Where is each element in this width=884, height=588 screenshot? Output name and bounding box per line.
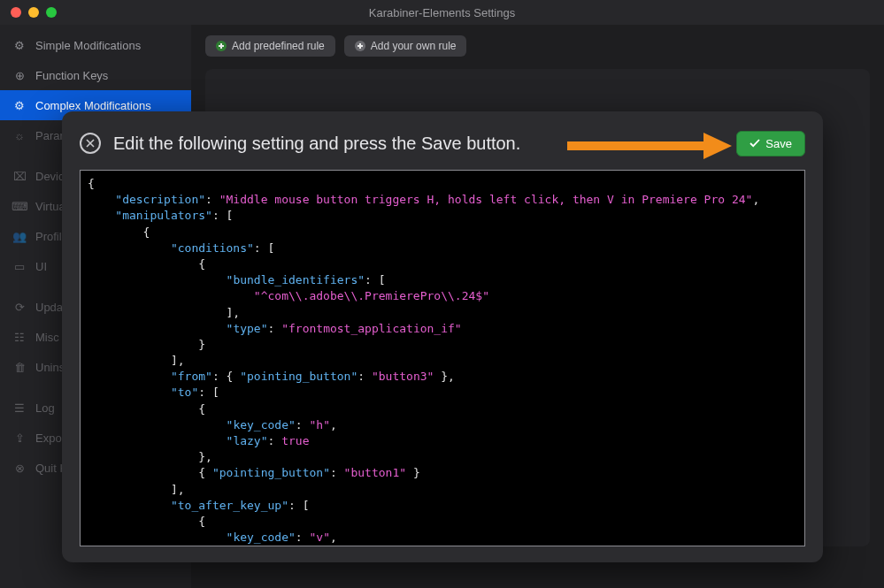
plus-circle-icon: ⊕ xyxy=(12,68,27,82)
keyboard-icon: ⌨ xyxy=(12,199,27,213)
close-modal-button[interactable] xyxy=(80,133,101,154)
trash-icon: 🗑 xyxy=(12,360,27,374)
doc-icon: ☰ xyxy=(12,401,27,415)
plus-icon xyxy=(216,41,227,51)
titlebar: Karabiner-Elements Settings xyxy=(0,0,884,25)
edit-rule-modal: Edit the following setting and press the… xyxy=(62,111,823,562)
add-predefined-rule-button[interactable]: Add predefined rule xyxy=(205,35,335,57)
close-icon xyxy=(86,139,95,148)
sidebar-item-label: Complex Modifications xyxy=(35,99,151,112)
window-title: Karabiner-Elements Settings xyxy=(0,6,884,19)
check-icon xyxy=(749,138,760,149)
people-icon: 👥 xyxy=(12,229,27,243)
app-window: Karabiner-Elements Settings ⚙ Simple Mod… xyxy=(0,0,884,588)
sidebar-item-label: Log xyxy=(35,401,55,415)
zoom-window-button[interactable] xyxy=(46,7,57,18)
globe-icon: ⟳ xyxy=(12,300,27,314)
gear-icon: ⚙ xyxy=(12,38,27,52)
sidebar-item-label: UI xyxy=(35,260,47,273)
editor-scroll[interactable]: { "description": "Middle mouse button tr… xyxy=(81,171,804,546)
close-window-button[interactable] xyxy=(11,7,21,18)
modal-header: Edit the following setting and press the… xyxy=(80,126,805,161)
add-own-rule-button[interactable]: Add your own rule xyxy=(344,35,467,57)
sidebar-item-function-keys[interactable]: ⊕ Function Keys xyxy=(0,60,191,90)
button-label: Add your own rule xyxy=(371,40,457,52)
sun-icon: ☼ xyxy=(12,128,27,142)
rules-toolbar: Add predefined rule Add your own rule xyxy=(205,35,870,57)
sidebar-item-label: Misc xyxy=(35,331,59,344)
json-editor[interactable]: { "description": "Middle mouse button tr… xyxy=(80,170,805,546)
modal-title: Edit the following setting and press the… xyxy=(113,134,724,154)
device-icon: ⌧ xyxy=(12,169,27,183)
plus-icon xyxy=(355,41,365,51)
window-controls xyxy=(11,7,57,18)
quit-icon: ⊗ xyxy=(12,461,27,475)
gears-icon: ⚙ xyxy=(12,98,27,112)
code-content[interactable]: { "description": "Middle mouse button tr… xyxy=(81,171,804,546)
button-label: Save xyxy=(765,137,792,150)
save-button[interactable]: Save xyxy=(736,131,805,157)
sidebar-item-label: Simple Modifications xyxy=(35,39,141,52)
export-icon: ⇪ xyxy=(12,431,27,445)
inbox-icon: ☷ xyxy=(12,330,27,344)
button-label: Add predefined rule xyxy=(232,40,325,52)
sidebar-item-simple-modifications[interactable]: ⚙ Simple Modifications xyxy=(0,30,191,60)
minimize-window-button[interactable] xyxy=(28,7,39,18)
ui-icon: ▭ xyxy=(12,259,27,273)
sidebar-item-label: Function Keys xyxy=(35,69,108,82)
